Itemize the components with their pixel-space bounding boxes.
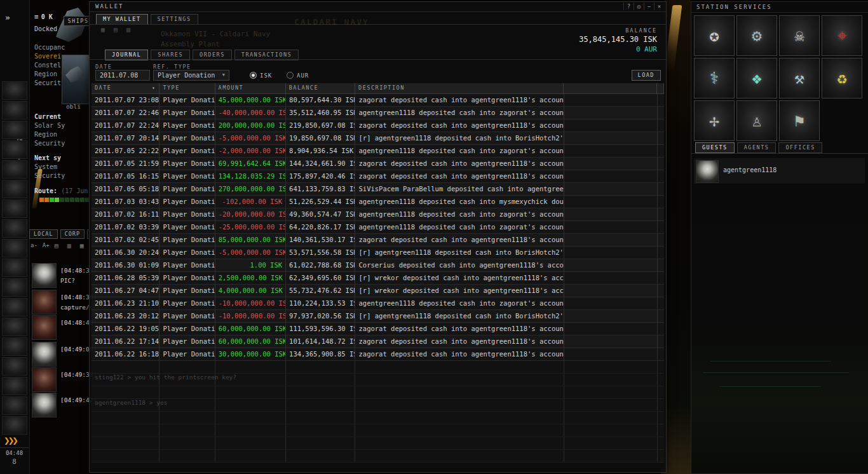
column-header-description[interactable]: DESCRIPTION [355,83,564,93]
neocom-news-icon[interactable] [2,298,27,316]
settings-icon[interactable]: ◎ [634,3,644,10]
journal-row[interactable]: 2011.06.28 05:39Player Donation2,500,000… [92,272,664,285]
route-jump-square[interactable] [60,198,64,202]
column-header-date[interactable]: DATE▾ [92,83,159,93]
neocom-science-industry-icon[interactable] [2,337,27,356]
service-repair-shop-icon[interactable]: ✢ [694,100,735,141]
chat-portrait-bald[interactable] [32,393,57,417]
neocom-ship-hangar-icon[interactable] [2,396,27,415]
chat-portrait-dark[interactable] [32,367,57,392]
journal-row[interactable]: 2011.06.23 21:10Player Donation-10,000,0… [92,297,664,310]
neocom-market-icon[interactable] [2,180,27,198]
neocom-map-icon[interactable] [2,278,27,297]
journal-row[interactable]: 2011.07.02 16:11Player Donation-20,000,0… [92,208,664,221]
minimize-icon[interactable]: − [644,3,654,10]
column-header-balance[interactable]: BALANCE [286,83,355,93]
chat-tab-local[interactable]: LOCAL [29,229,58,239]
service-military-offices-icon[interactable]: ✪ [694,15,735,56]
neocom-bounty-office-icon[interactable] [2,357,27,376]
service-factory-icon[interactable]: ⚒ [779,58,820,98]
neocom-item-hangar-icon[interactable] [2,416,27,435]
neocom-character-customization-icon[interactable] [2,377,27,395]
neocom-expand-icon[interactable]: » [5,13,10,22]
journal-row[interactable]: 2011.06.27 04:47Player Donation4,000,000… [92,285,664,297]
service-militia-office-icon[interactable]: ⚑ [779,100,820,141]
journal-row[interactable]: 2011.07.07 22:46Player Donation-40,000,0… [92,107,664,119]
route-jump-square[interactable] [75,198,79,202]
neocom-jukebox-icon[interactable] [2,318,27,336]
journal-row[interactable]: 2011.06.22 17:14Player Donation60,000,00… [92,335,664,348]
station-tab-agents[interactable]: AGENTS [737,142,776,153]
tab-my-wallet[interactable]: MY WALLET [96,14,148,25]
ref-type-dropdown[interactable]: Player Donation ▼ [153,70,229,81]
journal-row[interactable]: 2011.06.23 20:12Player Donation-10,000,0… [92,310,664,323]
neocom-character-sheet-icon[interactable] [2,81,27,100]
service-cloning-icon[interactable]: ❖ [736,58,777,98]
chat-tab-corp[interactable]: CORP [60,229,85,239]
chat-font-increase-button[interactable]: A+ [43,242,50,249]
route-jump-square[interactable] [80,198,85,202]
sort-descending-icon[interactable]: ▾ [152,83,156,93]
help-icon[interactable]: ? [623,3,634,10]
station-tab-offices[interactable]: OFFICES [778,142,822,153]
route-jump-square[interactable] [44,198,49,202]
chat-portrait-bald[interactable] [32,342,57,367]
chat-view-mode-icons[interactable]: ▤ ▥ ▦ [55,242,86,249]
aur-radio[interactable]: AUR [287,72,309,79]
neocom-fleet-icon[interactable] [2,259,27,277]
route-jump-square[interactable] [65,198,69,202]
wallet-view-mode-icons[interactable]: ▦ ▤ ▥ [101,26,133,33]
service-reprocessing-icon[interactable]: ♻ [822,58,862,98]
chat-portrait-dark[interactable] [32,290,57,315]
neocom-help-icon[interactable] [2,160,27,179]
neocom-wallet-icon[interactable] [2,219,27,238]
neocom-journal-icon[interactable] [2,200,27,218]
date-filter-input[interactable]: 2011.07.08 [95,70,150,81]
journal-row[interactable]: 2011.06.30 01:09Player Donation1.00 ISK6… [92,259,664,272]
journal-row[interactable]: 2011.07.07 23:08Player Donation45,000,00… [92,94,664,107]
guest-portrait[interactable] [696,160,719,183]
guest-list-item[interactable]: agentgreen1118 [694,158,865,184]
aur-radio-dot[interactable] [287,72,294,79]
journal-row[interactable]: 2011.07.02 03:39Player Donation-25,000,0… [92,221,664,234]
route-jump-square[interactable] [50,198,54,202]
route-jump-square[interactable] [55,198,59,202]
chat-portrait-bald[interactable] [32,263,57,288]
service-fitting-icon[interactable]: ⚙ [736,15,777,56]
service-bounty-office-icon[interactable]: ☠ [779,15,820,56]
neocom-skills-icon[interactable] [2,101,27,119]
isk-radio-dot[interactable] [250,72,257,79]
neocom-chevrons-icon[interactable]: ❯❯❯ [4,435,17,447]
journal-row[interactable]: 2011.07.07 20:14Player Donation-5,000,00… [92,132,664,145]
wallet-titlebar[interactable]: WALLET ?◎−× [90,2,666,12]
menu-icon[interactable]: ≡ [34,13,39,21]
station-tab-guests[interactable]: GUESTS [695,142,735,153]
journal-row[interactable]: 2011.07.05 05:18Player Donation270,000,0… [92,183,664,196]
load-button[interactable]: LOAD [632,70,661,81]
journal-row[interactable]: 2011.07.05 22:22Player Donation-2,000,00… [92,145,664,158]
chat-portrait-dark[interactable] [32,315,57,340]
service-security-office-icon[interactable]: ⌖ [822,15,862,56]
chat-font-decrease-button[interactable]: a- [31,242,37,249]
close-icon[interactable]: × [654,3,664,10]
neocom-assets-icon[interactable] [2,239,27,257]
neocom-mail-icon[interactable] [2,121,27,139]
journal-row[interactable]: 2011.07.02 02:45Player Donation85,000,00… [92,234,664,247]
neocom-clock[interactable]: 04:48 [0,447,29,456]
neocom-channels-icon[interactable] [2,140,27,159]
column-header-amount[interactable]: AMOUNT [215,83,286,93]
journal-row[interactable]: 2011.06.22 19:05Player Donation60,000,00… [92,323,664,335]
route-jump-square[interactable] [70,198,74,202]
journal-row[interactable]: 2011.06.30 20:24Player Donation-5,000,00… [92,247,664,259]
journal-row[interactable]: 2011.06.22 16:18Player Donation30,000,00… [92,348,664,361]
journal-row[interactable]: 2011.07.05 16:15Player Donation134,128,0… [92,170,664,183]
column-header-type[interactable]: TYPE [159,83,215,93]
journal-row[interactable]: 2011.07.07 22:24Player Donation200,000,0… [92,119,664,132]
service-insurance-icon[interactable]: ♙ [736,100,777,141]
journal-row[interactable]: 2011.07.05 21:59Player Donation69,991,64… [92,158,664,170]
service-medical-icon[interactable]: ⚕ [694,58,735,98]
isk-radio[interactable]: ISK [250,72,272,79]
journal-row[interactable]: 2011.07.03 03:43Player Donation-102,000.… [92,196,664,208]
tab-settings[interactable]: SETTINGS [151,14,198,25]
route-jump-square[interactable] [39,198,44,202]
